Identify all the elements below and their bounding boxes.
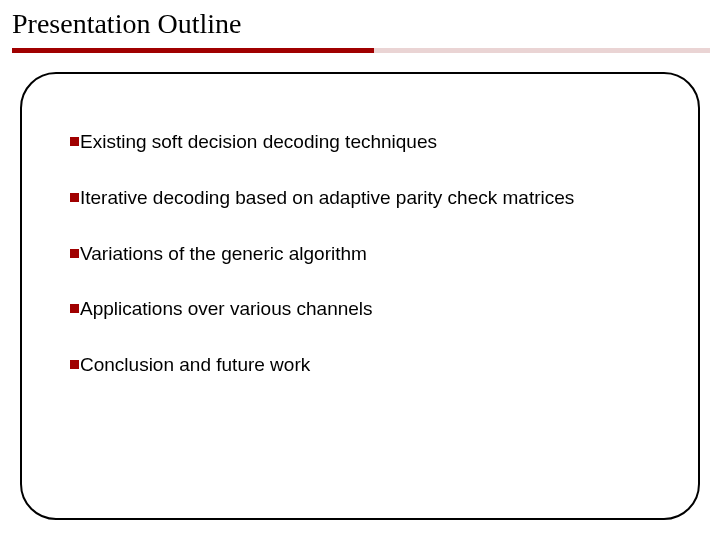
- square-bullet-icon: [70, 137, 79, 146]
- title-underline-light: [374, 48, 710, 53]
- list-item-text: Iterative decoding based on adaptive par…: [80, 186, 678, 210]
- slide-title: Presentation Outline: [12, 8, 241, 40]
- list-item-text: Applications over various channels: [80, 297, 678, 321]
- square-bullet-icon: [70, 193, 79, 202]
- square-bullet-icon: [70, 360, 79, 369]
- title-underline-accent: [12, 48, 374, 53]
- slide: Presentation Outline Existing soft decis…: [0, 0, 720, 540]
- list-item-text: Variations of the generic algorithm: [80, 242, 678, 266]
- list-item: Conclusion and future work: [70, 353, 678, 377]
- square-bullet-icon: [70, 304, 79, 313]
- list-item-text: Existing soft decision decoding techniqu…: [80, 130, 678, 154]
- content-frame: Existing soft decision decoding techniqu…: [20, 72, 700, 520]
- list-item: Iterative decoding based on adaptive par…: [70, 186, 678, 210]
- list-item-text: Conclusion and future work: [80, 353, 678, 377]
- list-item: Existing soft decision decoding techniqu…: [70, 130, 678, 154]
- list-item: Applications over various channels: [70, 297, 678, 321]
- list-item: Variations of the generic algorithm: [70, 242, 678, 266]
- square-bullet-icon: [70, 249, 79, 258]
